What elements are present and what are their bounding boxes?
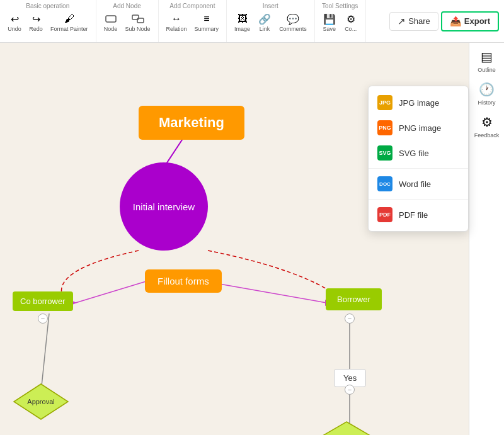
fillout-forms-label: Fillout forms [158,276,209,286]
approval-right-node[interactable]: Approval [315,421,378,435]
undo-button[interactable]: ↩ Undo [5,11,24,33]
borrower-label: Borrower [337,295,370,304]
link-label: Link [260,26,270,32]
svg-line-4 [76,281,148,303]
outline-icon: ▤ [478,48,496,65]
comments-button[interactable]: 💬 Comments [277,11,309,33]
co-icon: ⚙ [344,12,358,26]
history-label: History [478,99,495,106]
word-item[interactable]: DOC Word file [369,171,468,196]
toolbar: Basic operation ↩ Undo ↪ Redo 🖌 Format P… [0,0,504,43]
co-button[interactable]: ⚙ Co... [341,11,360,33]
borrower-node[interactable]: Borrower [326,288,382,310]
jpg-item[interactable]: JPG JPG image [369,90,468,115]
redo-label: Redo [29,26,43,32]
redo-button[interactable]: ↪ Redo [26,11,45,33]
dropdown-divider [369,168,468,169]
dropdown-divider2 [369,199,468,200]
jpg-label: JPG image [399,98,439,108]
share-label: Share [408,16,430,26]
svg-line-8 [41,314,49,392]
link-button[interactable]: 🔗 Link [255,11,274,33]
node-label: Node [104,26,118,32]
svg-rect-0 [106,16,116,22]
link-icon: 🔗 [258,12,272,26]
yes-collapse[interactable]: − [345,385,355,395]
right-actions: ↗ Share 📤 Export [384,0,504,42]
format-painter-label: Format Painter [50,26,88,32]
pdf-item[interactable]: PDF PDF file [369,202,468,227]
canvas: Marketing Initial interview Fillout form… [0,43,504,435]
comments-icon: 💬 [286,12,300,26]
export-dropdown: JPG JPG image PNG PNG image SVG SVG file… [368,86,469,232]
image-label: Image [234,26,250,32]
save-icon: 💾 [323,12,336,26]
svg-icon: SVG [377,145,392,161]
pdf-label: PDF file [399,210,428,220]
initial-interview-node[interactable]: Initial interview [120,162,208,251]
relation-icon: ↔ [169,12,183,26]
sub-node-icon [131,12,145,26]
word-label: Word file [399,179,431,189]
toolbar-node-buttons: Node Sub Node [101,11,153,33]
co-borrower-collapse[interactable]: − [38,314,48,324]
png-item[interactable]: PNG PNG image [369,115,468,140]
fillout-forms-node[interactable]: Fillout forms [145,269,222,293]
image-icon: 🖼 [236,12,249,26]
node-button[interactable]: Node [101,11,120,33]
save-label: Save [323,26,336,32]
export-button[interactable]: 📤 Export [441,11,499,31]
format-painter-button[interactable]: 🖌 Format Painter [48,11,91,33]
summary-button[interactable]: ≡ Summary [192,11,222,33]
save-button[interactable]: 💾 Save [320,11,339,33]
undo-label: Undo [8,26,21,32]
co-borrower-label: Co borrower [20,297,66,306]
co-label: Co... [345,26,357,32]
approval-left-node[interactable]: Approval [13,383,69,421]
sidebar-item-feedback[interactable]: ⚙ Feedback [474,113,500,138]
marketing-label: Marketing [159,115,224,130]
history-icon: 🕐 [478,81,495,98]
toolbar-group-toolsettings: Tool Settings 💾 Save ⚙ Co... [315,0,366,42]
initial-interview-label: Initial interview [133,201,195,212]
png-label: PNG image [399,123,441,133]
format-painter-icon: 🖌 [62,12,76,26]
yes-label: Yes [343,373,357,383]
svg-label: SVG file [399,149,429,158]
borrower-collapse[interactable]: − [345,314,355,324]
toolbar-group-label-node: Add Node [113,3,140,9]
redo-icon: ↪ [29,12,43,26]
sidebar-item-history[interactable]: 🕐 History [478,81,495,106]
feedback-icon: ⚙ [478,113,496,131]
image-button[interactable]: 🖼 Image [232,11,253,33]
svg-marker-12 [316,422,377,435]
export-label: Export [464,16,490,26]
svg-item[interactable]: SVG SVG file [369,140,468,166]
marketing-node[interactable]: Marketing [139,106,244,140]
right-sidebar: ▤ Outline 🕐 History ⚙ Feedback [469,43,504,435]
export-icon: 📤 [450,16,462,27]
toolbar-group-label-toolsettings: Tool Settings [322,3,358,9]
sub-node-button[interactable]: Sub Node [123,11,153,33]
toolbar-insert-buttons: 🖼 Image 🔗 Link 💬 Comments [232,11,309,33]
share-icon: ↗ [398,16,406,27]
relation-button[interactable]: ↔ Relation [164,11,190,33]
undo-icon: ↩ [8,12,21,26]
comments-label: Comments [279,26,307,32]
outline-label: Outline [478,67,496,73]
summary-label: Summary [195,26,219,32]
approval-left-label: Approval [27,398,54,405]
toolbar-group-insert: Insert 🖼 Image 🔗 Link 💬 Comments [227,0,315,42]
share-button[interactable]: ↗ Share [389,12,438,31]
relation-label: Relation [166,26,187,32]
png-icon: PNG [377,120,392,135]
pdf-icon: PDF [377,207,392,222]
toolbar-group-node: Add Node Node Sub Node [96,0,159,42]
word-icon: DOC [377,176,392,191]
toolbar-basic-buttons: ↩ Undo ↪ Redo 🖌 Format Painter [5,11,91,33]
sidebar-item-outline[interactable]: ▤ Outline [478,48,496,73]
toolbar-group-label-insert: Insert [263,3,278,9]
toolbar-toolsettings-buttons: 💾 Save ⚙ Co... [320,11,360,33]
toolbar-group-component: Add Component ↔ Relation ≡ Summary [159,0,227,42]
co-borrower-node[interactable]: Co borrower [13,291,73,311]
